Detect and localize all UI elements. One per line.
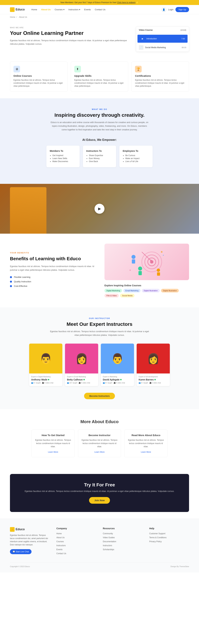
svg-point-12 bbox=[161, 251, 163, 253]
hero-label: WHO WE ARE bbox=[10, 26, 129, 28]
instructor-name-row-3: David Aplegate bbox=[103, 378, 132, 381]
instructor-cards: 👨 Expert in Digital Marketing Anthony Wa… bbox=[10, 344, 189, 386]
instructor-photo-1: 👨 bbox=[29, 344, 62, 374]
instructor-courses-2: 🎥 5 video chat bbox=[79, 382, 90, 384]
more-card-desc-2: Egestas faucibus nisl at ultrices. Tempu… bbox=[81, 438, 118, 448]
instructor-description: Egestas faucibus nisl at ultrices. Tempu… bbox=[50, 330, 149, 337]
footer-link-events[interactable]: Events bbox=[56, 548, 62, 551]
more-card-1: How To Get Started Egestas faucibus nisl… bbox=[31, 430, 75, 457]
benefit-item-1: Flexible Learning bbox=[10, 276, 95, 278]
footer-link-video-guides[interactable]: Video Guides bbox=[103, 536, 115, 539]
footer-link-documentation[interactable]: Documentation bbox=[103, 540, 116, 543]
svg-rect-9 bbox=[139, 271, 142, 275]
empower-card-list-2: Share Expertise Earn Money Give Back bbox=[86, 154, 113, 162]
benefit-label-2: Quality Instruction bbox=[14, 280, 31, 283]
nav-home[interactable]: Home bbox=[31, 8, 37, 11]
instructor-courses-3: 🎥 4 video chat bbox=[114, 382, 125, 384]
nav-instructors[interactable]: Instructors ▾ bbox=[68, 8, 80, 11]
tag-email-marketing[interactable]: Email Marketing bbox=[123, 289, 141, 292]
nav-actions: 👤 Login Sign Up bbox=[162, 7, 189, 12]
video-card: Video Course (1/110) ▶ Introduction 7:00… bbox=[136, 26, 189, 52]
banner-link[interactable]: Click here to redeem bbox=[117, 1, 136, 4]
benefit-dot-3 bbox=[10, 285, 12, 287]
tag-digital-illustration-2[interactable]: Digital Illustration bbox=[161, 289, 179, 292]
svg-rect-7 bbox=[132, 260, 135, 264]
instructor-name-2: Betty Calhoun bbox=[67, 378, 83, 381]
benefits-description: Egestas faucibus nisl at ultrices. Tempu… bbox=[10, 264, 95, 272]
top-banner: New Members: Get your first 7 days of Ed… bbox=[0, 0, 199, 5]
tag-film-video[interactable]: Film & Video bbox=[104, 294, 119, 298]
footer-col-title-company: Company bbox=[56, 527, 96, 530]
login-button[interactable]: Login bbox=[168, 8, 174, 11]
video-item-1[interactable]: ▶ Introduction 7:00 bbox=[138, 35, 188, 43]
instructor-students-2: 👥 10+ taught bbox=[67, 382, 77, 384]
instructor-specialty-2: Expert in Email Marketing bbox=[67, 376, 96, 378]
breadcrumb-home[interactable]: Home bbox=[10, 16, 15, 18]
instructor-courses-4: 🎥 2 video chat bbox=[149, 382, 161, 384]
footer-link-terms[interactable]: Terms & Conditions bbox=[149, 536, 167, 539]
learn-more-1[interactable]: Learn More bbox=[35, 451, 71, 453]
empower-list-item: Give Back bbox=[89, 160, 113, 162]
tag-digital-marketing[interactable]: Digital Marketing bbox=[104, 289, 122, 292]
footer-link-home[interactable]: Home bbox=[56, 532, 62, 535]
learn-more-2[interactable]: Learn More bbox=[81, 451, 118, 453]
hero-title: Your Online Learning Partner bbox=[10, 30, 129, 36]
cta-section: Try It For Free Egestas faucibus nisl at… bbox=[10, 474, 189, 512]
instructor-card-2: 👩 Expert in Email Marketing Betty Calhou… bbox=[65, 344, 98, 386]
become-instructors-button[interactable]: Become Instructors bbox=[84, 393, 115, 399]
cta-button[interactable]: Join Now bbox=[89, 497, 110, 504]
logo[interactable]: 🔸 Educo bbox=[10, 7, 25, 12]
footer-col-list-company: Home About Us Courses Instructors Events… bbox=[56, 532, 96, 555]
nav-about[interactable]: About Us bbox=[41, 8, 51, 11]
nav-events[interactable]: Events bbox=[84, 8, 91, 11]
footer-link-contact[interactable]: Contact Us bbox=[56, 552, 66, 555]
footer: 🔸 Educo Egestas faucibus nisl at ultrice… bbox=[0, 518, 199, 572]
footer-link-about[interactable]: About Us bbox=[56, 536, 64, 539]
learn-more-3[interactable]: Learn More bbox=[128, 451, 164, 453]
footer-link-privacy[interactable]: Privacy Policy bbox=[149, 540, 162, 543]
footer-link-instructors-res[interactable]: Instructors bbox=[103, 544, 112, 547]
user-avatar[interactable]: 👤 bbox=[162, 7, 166, 12]
video-play-button[interactable]: ▶ bbox=[95, 204, 104, 214]
footer-link-community[interactable]: Community bbox=[103, 532, 113, 535]
tag-social-media[interactable]: Social Media bbox=[120, 294, 135, 298]
feature-desc-3: Egestas faucibus nisl at ultrices. Tempu… bbox=[135, 78, 186, 88]
footer-link-scholarships[interactable]: Scholarships bbox=[103, 548, 114, 551]
empower-card-list-3: Be Curious Make an Impact Live a Full Li… bbox=[123, 154, 149, 162]
footer-link-instructors[interactable]: Instructors bbox=[56, 544, 66, 547]
hero-section: WHO WE ARE Your Online Learning Partner … bbox=[0, 20, 199, 58]
instructor-specialty-4: Expert in full development bbox=[139, 376, 168, 378]
more-card-3: Read More About Educo Egestas faucibus n… bbox=[124, 430, 168, 457]
online-dot-1 bbox=[48, 379, 49, 380]
more-card-title-3: Read More About Educo bbox=[128, 434, 164, 436]
empower-card-title-2: Instructors To bbox=[86, 150, 113, 152]
hero-right: Video Course (1/110) ▶ Introduction 7:00… bbox=[136, 26, 189, 52]
instructor-title: Meet Our Expert Instructors bbox=[10, 321, 189, 327]
video-card-header: Video Course (1/110) bbox=[136, 27, 189, 34]
svg-point-6 bbox=[132, 255, 136, 259]
footer-col-title-resources: Resources bbox=[103, 527, 143, 530]
benefits-right: Explore Inspiring Online Courses Digital… bbox=[104, 244, 189, 298]
footer-col-title-help: Help bbox=[149, 527, 189, 530]
footer-chat-button[interactable]: 💬 Start Live Chat bbox=[10, 549, 31, 554]
instructor-card-3: 👨 Expert in Marketing David Aplegate 👥 8… bbox=[101, 344, 134, 386]
instructor-courses-1: 🎥 3 video chat bbox=[42, 382, 53, 384]
tag-digital-illustration-1[interactable]: Digital Illustration bbox=[142, 289, 160, 292]
footer-link-courses[interactable]: Courses bbox=[56, 540, 64, 543]
more-cards: How To Get Started Egestas faucibus nisl… bbox=[10, 430, 189, 457]
footer-link-support[interactable]: Customer Support bbox=[149, 532, 165, 535]
what-description: Educo is an education and online course … bbox=[50, 120, 149, 132]
empower-list-item: Live a Full Life bbox=[125, 160, 149, 162]
benefits-title: Benefits of Learning with Educo bbox=[10, 256, 95, 262]
nav-courses[interactable]: Courses ▾ bbox=[55, 8, 64, 11]
nav-contact[interactable]: Contact Us bbox=[95, 8, 105, 11]
signup-button[interactable]: Sign Up bbox=[176, 7, 189, 12]
svg-point-13 bbox=[163, 255, 164, 256]
instructor-meta-1: 👥 5+ taught 🎥 3 video chat bbox=[31, 382, 60, 384]
footer-col-company: Company Home About Us Courses Instructor… bbox=[56, 527, 96, 556]
video-item-2[interactable]: 📄 Social Media Marketing 88:00 bbox=[136, 43, 189, 52]
more-card-title-1: How To Get Started bbox=[35, 434, 71, 436]
what-title: Inspiring discovery through creativity. bbox=[10, 112, 189, 118]
instructors-section: OUR INSTRUCTOR Meet Our Expert Instructo… bbox=[0, 308, 199, 409]
benefits-image bbox=[104, 244, 189, 280]
